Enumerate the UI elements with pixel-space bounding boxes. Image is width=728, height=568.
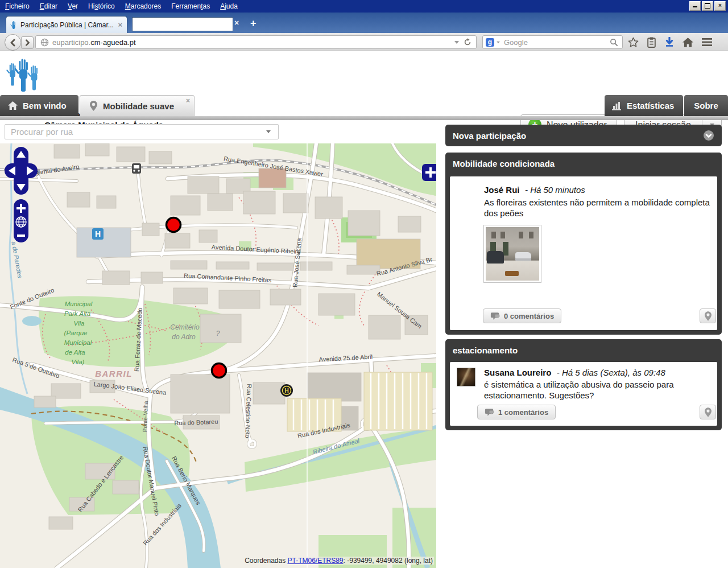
post-photo-frame[interactable] bbox=[483, 225, 541, 283]
map-pin-icon bbox=[705, 408, 712, 417]
new-participation-header[interactable]: Nova participação bbox=[445, 125, 722, 146]
chevron-down-icon[interactable] bbox=[703, 130, 714, 141]
post-author: José Rui bbox=[484, 185, 520, 195]
minimize-button[interactable] bbox=[689, 1, 701, 11]
map-pin-tab-icon bbox=[90, 101, 97, 111]
map-pin-icon bbox=[705, 311, 712, 321]
site-favicon bbox=[10, 21, 18, 29]
coordinate-system-link[interactable]: PT-TM06/ETRS89 bbox=[288, 557, 344, 565]
new-participation-label: Nova participação bbox=[453, 131, 526, 141]
post-card: José Rui - Há 50 minutos As floreiras ex… bbox=[450, 176, 717, 330]
tab-mobility[interactable]: Mobilidade suave × bbox=[80, 95, 195, 116]
map-marker[interactable] bbox=[212, 364, 226, 378]
site-identity-icon bbox=[40, 38, 49, 47]
map-marker[interactable] bbox=[167, 218, 181, 232]
hamburger-menu-icon[interactable] bbox=[701, 38, 713, 47]
post-text: é sistemática a utilização abusiva do pa… bbox=[484, 379, 712, 401]
blank-tab-close-icon[interactable]: × bbox=[234, 18, 239, 27]
post-category-title: estacionamento bbox=[445, 339, 722, 360]
map-label: do Adro bbox=[172, 333, 196, 341]
map-label: Vila bbox=[74, 320, 85, 327]
map-label: Cemitério bbox=[170, 323, 200, 331]
post-card: Susana Loureiro - Há 5 dias (Sexta), às … bbox=[450, 362, 717, 426]
street-search-input[interactable] bbox=[5, 124, 279, 139]
post-header: Susana Loureiro - Há 5 dias (Sexta), às … bbox=[484, 368, 665, 378]
restore-button[interactable] bbox=[702, 1, 713, 11]
reload-icon[interactable] bbox=[464, 38, 471, 46]
forward-button[interactable] bbox=[21, 36, 34, 49]
browser-tab-blank[interactable] bbox=[132, 17, 233, 31]
map-label: Municipal bbox=[65, 301, 93, 307]
tab-statistics-label: Estatísticas bbox=[627, 101, 674, 110]
home-icon[interactable] bbox=[682, 38, 693, 47]
site-header: Participação Pública Câmara Municipal de… bbox=[0, 51, 728, 95]
downloads-icon[interactable] bbox=[664, 37, 675, 47]
close-button[interactable]: × bbox=[714, 1, 726, 11]
web-search-placeholder: Google bbox=[504, 38, 528, 47]
svg-text:H: H bbox=[284, 388, 288, 394]
tab-about-label: Sobre bbox=[694, 101, 718, 110]
site-logo-hands bbox=[5, 55, 42, 93]
map-label: ? bbox=[216, 330, 220, 337]
browser-tabbar: Participação Pública | Câmar... × × + bbox=[0, 13, 728, 33]
bar-chart-icon bbox=[612, 101, 622, 110]
menu-editar[interactable]: Editar bbox=[35, 0, 63, 10]
map-canvas[interactable]: HH Ramal de AveiroRua Engenheiro José Ba… bbox=[0, 143, 436, 568]
avatar bbox=[457, 368, 475, 386]
map-coordinates: Coordenadas PT-TM06/ETRS89: -939499, 494… bbox=[243, 557, 434, 565]
post-time: - Há 50 minutos bbox=[525, 185, 585, 195]
web-search-bar[interactable]: g Google bbox=[482, 35, 623, 49]
participation-panel-mobility: Mobilidade condicionada José Rui - Há 50… bbox=[445, 153, 722, 335]
comments-button[interactable]: 1 comentários bbox=[477, 405, 556, 419]
post-author: Susana Loureiro bbox=[484, 368, 551, 377]
tab-welcome-label: Bem vindo bbox=[23, 101, 67, 110]
locate-on-map-button[interactable] bbox=[700, 308, 716, 323]
menu-marcadores[interactable]: Marcadores bbox=[120, 0, 166, 10]
menu-ajuda[interactable]: Ajuda bbox=[215, 0, 243, 10]
post-header: José Rui - Há 50 minutos bbox=[484, 185, 585, 195]
url-dropdown-icon[interactable] bbox=[454, 41, 459, 44]
browser-navbar: euparticipo.cm-agueda.pt g Google bbox=[0, 33, 728, 51]
speech-bubble-icon bbox=[490, 312, 500, 320]
layer-switcher-button[interactable] bbox=[422, 164, 436, 181]
back-button[interactable] bbox=[5, 34, 21, 51]
zoom-out-icon bbox=[17, 234, 25, 237]
tab-mobility-label: Mobilidade suave bbox=[103, 101, 174, 111]
map-label: Park Alta bbox=[64, 310, 90, 317]
bookmarks-menu-icon[interactable] bbox=[647, 37, 656, 48]
map-svg[interactable]: HH Ramal de AveiroRua Engenheiro José Ba… bbox=[0, 143, 436, 568]
tab-statistics[interactable]: Estatísticas bbox=[605, 95, 683, 116]
google-icon[interactable]: g bbox=[486, 38, 494, 47]
post-time: - Há 5 dias (Sexta), às 09:48 bbox=[557, 368, 665, 377]
search-engine-dropdown-icon[interactable] bbox=[497, 41, 500, 43]
locate-on-map-button[interactable] bbox=[700, 405, 716, 419]
bookmark-star-icon[interactable] bbox=[628, 37, 639, 48]
new-tab-button[interactable]: + bbox=[250, 17, 257, 30]
menu-ficheiro[interactable]: Ficheiro bbox=[0, 0, 35, 10]
map-label: Vila) bbox=[72, 359, 85, 365]
map-label: Ponte-Velha bbox=[142, 401, 149, 432]
menu-ver[interactable]: Ver bbox=[63, 0, 83, 10]
menu-histórico[interactable]: Histórico bbox=[83, 0, 120, 10]
tab-mobility-close-icon[interactable]: × bbox=[186, 97, 190, 105]
helipad-icon: H bbox=[280, 384, 293, 397]
participation-panel-parking: estacionamento Susana Loureiro - Há 5 di… bbox=[445, 339, 722, 430]
map-label: (Parque bbox=[64, 330, 88, 336]
window-controls: × bbox=[689, 1, 726, 11]
comments-button[interactable]: 0 comentários bbox=[483, 308, 561, 323]
comments-count-label: 0 comentários bbox=[504, 312, 554, 320]
forward-arrow-icon bbox=[24, 39, 31, 46]
menu-ferramentas[interactable]: Ferramentas bbox=[166, 0, 215, 10]
street-search-dropdown-icon[interactable] bbox=[266, 130, 271, 133]
map-label: Municipal bbox=[64, 339, 92, 346]
browser-tab-active[interactable]: Participação Pública | Câmar... × bbox=[6, 16, 127, 33]
tab-welcome[interactable]: Bem vindo bbox=[0, 95, 78, 116]
tab-about[interactable]: Sobre bbox=[684, 95, 728, 116]
home-tab-icon bbox=[8, 101, 18, 110]
back-arrow-icon bbox=[9, 39, 17, 47]
url-bar[interactable]: euparticipo.cm-agueda.pt bbox=[35, 35, 477, 49]
post-photo bbox=[486, 227, 539, 281]
magnifier-icon[interactable] bbox=[610, 38, 618, 47]
browser-menubar: FicheiroEditarVerHistóricoMarcadoresFerr… bbox=[0, 0, 728, 13]
tab-close-icon[interactable]: × bbox=[117, 22, 123, 28]
